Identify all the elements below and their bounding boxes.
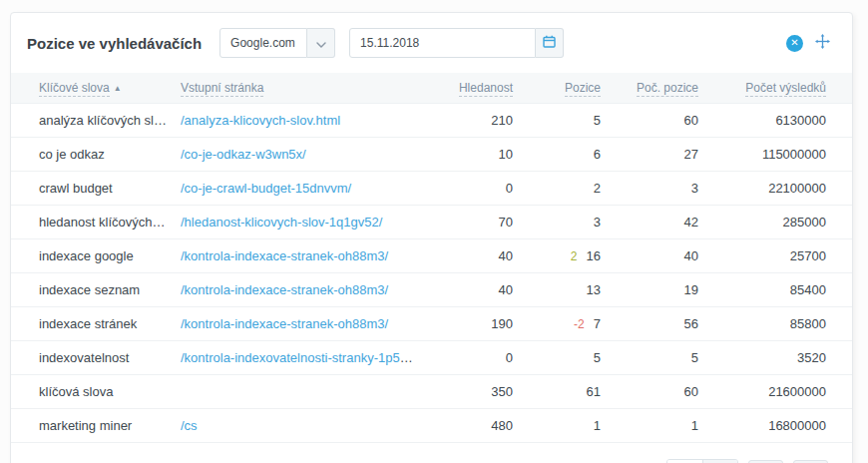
entry-page-link[interactable]: /kontrola-indexace-stranek-oh88m3/ [181,316,388,331]
positions-table: Klíčové slova▲ Vstupní stránka Hledanost… [11,73,852,443]
keyword-cell: analýza klíčových slov [11,104,181,138]
position-delta-positive: 2 [571,249,578,263]
table-row: marketing miner /cs 480 1 1 16800000 [11,409,852,443]
pozice-cell: 5 [527,104,615,138]
table-row: indexace stránek /kontrola-indexace-stra… [11,307,852,341]
table-row: co je odkaz /co-je-odkaz-w3wn5x/ 10 6 27… [11,138,852,172]
page-number-group: 1 2 [666,459,738,463]
table-row: indexovatelnost /kontrola-indexovatelnos… [11,341,852,375]
entry-page-link[interactable]: /co-je-crawl-budget-15dnvvm/ [181,181,351,196]
positions-widget-card: Pozice ve vyhledávačích [10,12,853,463]
poc-pozice-cell: 60 [615,375,712,409]
date-input[interactable] [349,28,536,58]
poc-pozice-cell: 3 [615,172,712,206]
pocet-vysledku-cell: 285000 [712,206,852,239]
hledanost-cell: 40 [427,239,527,273]
keyword-cell: crawl budget [11,172,181,206]
keyword-cell: klíčová slova [11,375,181,409]
close-icon: ✕ [790,38,798,48]
widget-header: Pozice ve vyhledávačích [11,13,852,73]
hledanost-cell: 0 [427,341,527,375]
move-icon [815,34,830,53]
entry-page-link[interactable]: /hledanost-klicovych-slov-1q1gv52/ [181,215,382,230]
poc-pozice-cell: 27 [615,138,712,172]
table-row: indexace google /kontrola-indexace-stran… [11,239,852,273]
table-row: crawl budget /co-je-crawl-budget-15dnvvm… [11,172,852,206]
pocet-vysledku-cell: 6130000 [712,104,852,138]
hledanost-cell: 480 [427,409,527,443]
pozice-cell: 13 [527,273,615,307]
pocet-vysledku-cell: 85400 [712,273,852,307]
search-engine-input[interactable] [219,28,307,58]
entry-page-link[interactable]: /kontrola-indexovatelnosti-stranky-1p56c… [181,350,427,365]
widget-controls: ✕ [786,34,830,53]
search-engine-select-group [219,28,335,58]
pozice-cell: 61 [527,375,615,409]
hledanost-cell: 0 [427,172,527,206]
keyword-cell: indexace google [11,239,181,273]
column-header-hledanost[interactable]: Hledanost [427,73,527,104]
poc-pozice-cell: 60 [615,104,712,138]
drag-widget-handle[interactable] [815,34,830,53]
keyword-cell: indexace stránek [11,307,181,341]
date-picker-group [349,28,564,58]
poc-pozice-cell: 56 [615,307,712,341]
keyword-cell: marketing miner [11,409,181,443]
column-header-pozice[interactable]: Pozice [527,73,615,104]
table-header-row: Klíčové slova▲ Vstupní stránka Hledanost… [11,73,852,104]
table-row: analýza klíčových slov /analyza-klicovyc… [11,104,852,138]
pocet-vysledku-cell: 21600000 [712,375,852,409]
search-engine-dropdown-button[interactable] [307,28,335,58]
poc-pozice-cell: 5 [615,341,712,375]
pozice-cell: 216 [527,239,615,273]
table-row: hledanost klíčových slov /hledanost-klic… [11,206,852,239]
keyword-cell: co je odkaz [11,138,181,172]
entry-page-link[interactable]: /cs [181,418,198,433]
poc-pozice-cell: 40 [615,239,712,273]
keyword-cell: indexovatelnost [11,341,181,375]
hledanost-cell: 70 [427,206,527,239]
hledanost-cell: 10 [427,138,527,172]
position-delta-negative: -2 [574,317,585,331]
entry-page-link[interactable]: /kontrola-indexace-stranek-oh88m3/ [181,282,388,297]
keyword-cell: indexace seznam [11,273,181,307]
entry-page-link[interactable]: /kontrola-indexace-stranek-oh88m3/ [181,248,388,263]
chevron-down-icon [316,34,326,52]
pozice-cell: 2 [527,172,615,206]
entry-page-link[interactable]: /co-je-odkaz-w3wn5x/ [181,147,306,162]
calendar-icon [543,34,556,52]
column-header-keyword[interactable]: Klíčové slova▲ [11,73,181,104]
poc-pozice-cell: 19 [615,273,712,307]
calendar-button[interactable] [536,28,564,58]
keyword-cell: hledanost klíčových slov [11,206,181,239]
pocet-vysledku-cell: 22100000 [712,172,852,206]
remove-widget-button[interactable]: ✕ [786,35,803,52]
entry-page-link[interactable]: /analyza-klicovych-slov.html [181,113,340,128]
pocet-vysledku-cell: 25700 [712,239,852,273]
pozice-cell: 1 [527,409,615,443]
hledanost-cell: 210 [427,104,527,138]
pozice-cell: 5 [527,341,615,375]
poc-pozice-cell: 1 [615,409,712,443]
pocet-vysledku-cell: 85800 [712,307,852,341]
pagination: 1 2 › » [11,443,852,463]
sort-asc-icon: ▲ [114,84,122,93]
column-header-pocet-vysledku[interactable]: Počet výsledků [712,73,852,104]
hledanost-cell: 350 [427,375,527,409]
table-row: indexace seznam /kontrola-indexace-stran… [11,273,852,307]
pozice-cell: 6 [527,138,615,172]
table-row: klíčová slova 350 61 60 21600000 [11,375,852,409]
widget-title: Pozice ve vyhledávačích [27,35,202,52]
hledanost-cell: 40 [427,273,527,307]
pozice-cell: -27 [527,307,615,341]
column-header-poc-pozice[interactable]: Poč. pozice [615,73,712,104]
hledanost-cell: 190 [427,307,527,341]
poc-pozice-cell: 42 [615,206,712,239]
pocet-vysledku-cell: 3520 [712,341,852,375]
pocet-vysledku-cell: 115000000 [712,138,852,172]
pocet-vysledku-cell: 16800000 [712,409,852,443]
column-header-url[interactable]: Vstupní stránka [181,73,427,104]
pozice-cell: 3 [527,206,615,239]
